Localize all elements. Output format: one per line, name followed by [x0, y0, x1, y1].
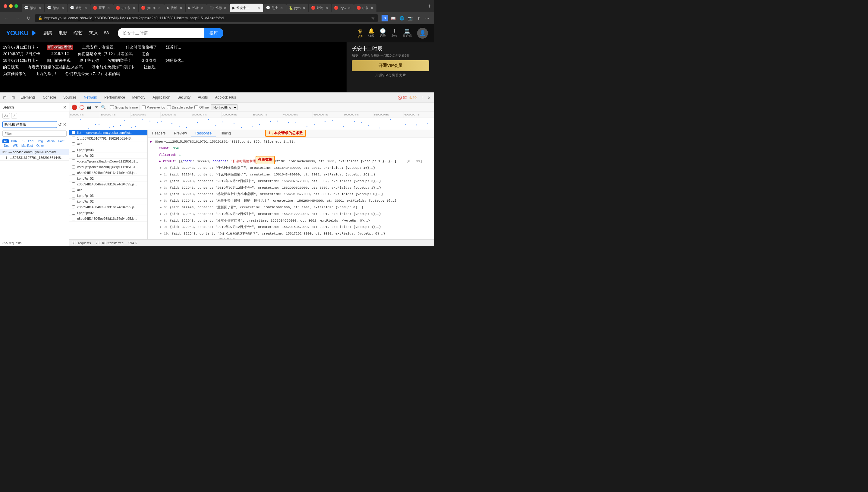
back-button[interactable]: ←: [2, 14, 11, 22]
request-list-item[interactable]: i.php?p=02: [69, 176, 147, 181]
browser-tab[interactable]: 🔴(2条✕: [354, 4, 377, 12]
browser-tab[interactable]: ▶长安十二时辰✕: [230, 4, 263, 12]
browser-tab[interactable]: 🔴PyC✕: [332, 4, 354, 12]
devtools-dock-icon[interactable]: ⊡: [1, 94, 8, 101]
search-field[interactable]: [2, 121, 57, 128]
filter-xhr-btn[interactable]: XHR: [9, 139, 19, 143]
vip-item[interactable]: ♛ VIP: [357, 28, 363, 38]
traffic-light-yellow[interactable]: [9, 4, 12, 8]
filter-manifest-btn[interactable]: Manifest: [20, 144, 34, 148]
forward-button[interactable]: →: [13, 14, 22, 22]
clear-btn[interactable]: 🚫: [79, 105, 84, 110]
browser-tab[interactable]: 🔴(9+ 条✕: [113, 4, 138, 12]
disable-cache-check[interactable]: Disable cache: [167, 105, 193, 109]
nav-live[interactable]: 来疯: [88, 30, 98, 36]
resp-entry-line[interactable]: ▶ 2: {aid: 322943, content: "2019年07月12日…: [150, 178, 432, 185]
resp-tab-preview[interactable]: Preview: [170, 130, 191, 137]
danmu-item[interactable]: 四川前来围观: [47, 58, 71, 63]
devtools-tab-memory[interactable]: Memory: [129, 93, 149, 103]
browser-tab[interactable]: 🐍pyth✕: [286, 4, 309, 12]
filter-font-btn[interactable]: Font: [57, 139, 66, 143]
address-bar[interactable]: 🔒 https://v.youku.com/v_show/id_XNDl0NDY…: [35, 14, 378, 22]
danmu-item[interactable]: 的贡观呢: [3, 65, 19, 70]
screenshot-btn[interactable]: 📷: [86, 105, 92, 110]
danmu-item[interactable]: 湖南前来为易烊千玺打卡: [92, 65, 135, 70]
offline-check[interactable]: Offline: [195, 105, 209, 109]
resp-entry-line[interactable]: ▶ 9: {aid: 322943, content: "2019年07月12日…: [150, 224, 432, 230]
danmu-item[interactable]: 2019年07月12日打卡~: [3, 51, 42, 57]
browser-tab[interactable]: 🔴写手✕: [91, 4, 113, 12]
browser-tab[interactable]: 💬芝士✕: [263, 4, 286, 12]
danmu-item[interactable]: 安徽的举手！: [108, 58, 132, 63]
browser-tab[interactable]: 💬微信✕: [45, 4, 67, 12]
danmu-item[interactable]: 有看完了甄嬛传直接跳过来的吗: [28, 65, 83, 70]
avatar[interactable]: 👤: [417, 28, 428, 39]
record-btn[interactable]: [72, 105, 77, 110]
resp-entry-line[interactable]: ▶ 1: {aid: 322943, content: "什么时候偷偷播了", …: [150, 172, 432, 178]
danmu-item[interactable]: 让他吃: [144, 65, 155, 70]
request-list-item[interactable]: c8bd94ff14504fee93fbf16a74c94d95.js...: [69, 181, 147, 187]
search-result-subitem[interactable]: 1 ...5078316107791_156291861448...: [0, 155, 69, 161]
devtools-inspect-icon[interactable]: ⊞: [10, 94, 17, 101]
vip-free-btn[interactable]: 开通VIP会员看大片: [352, 73, 429, 78]
traffic-light-green[interactable]: [15, 4, 18, 8]
filter-other-btn[interactable]: Other: [35, 144, 46, 148]
request-list-item[interactable]: c8bd94ff14504fee93fbf16a74c94d95.js...: [69, 216, 147, 222]
danmu-item[interactable]: 呀呀呀呀: [141, 58, 156, 63]
new-tab-button[interactable]: +: [425, 1, 434, 10]
reader-icon[interactable]: 📖: [390, 15, 397, 21]
resp-entry-line[interactable]: ▶ 5: {aid: 322943, content: "易烊千玺！最帅！最酷！…: [150, 198, 432, 204]
resp-tab-headers[interactable]: Headers: [148, 130, 170, 137]
case-sensitive-btn[interactable]: Aa: [2, 113, 10, 119]
danmu-item[interactable]: 你们都是今天（7.12）才看的吗: [66, 71, 120, 77]
resp-tab-response[interactable]: Response: [191, 130, 216, 137]
resp-entry-line[interactable]: ▶ 10: {aid: 322943, content: "为什么发冠是这样骚的…: [150, 230, 432, 237]
devtools-tab-security[interactable]: Security: [174, 93, 194, 103]
devtools-tab-performance[interactable]: Performance: [101, 93, 129, 103]
filter-js-btn[interactable]: JS: [19, 139, 26, 143]
filter-btn[interactable]: ⏷: [94, 105, 99, 110]
search-btn-net[interactable]: 🔍: [101, 105, 106, 110]
danmu-item[interactable]: 听说很好看哦: [47, 45, 73, 50]
throttle-select[interactable]: No throttling: [211, 104, 238, 110]
upload-item[interactable]: ⬆ 上传: [391, 28, 397, 38]
search-panel-close[interactable]: ✕: [63, 105, 67, 110]
browser-tab[interactable]: ⚫长标✕: [207, 4, 230, 12]
resp-entry-line[interactable]: ▶ 11: {aid: 322943, content: "配音是老段？？？",…: [150, 237, 432, 239]
filter-img-btn[interactable]: Img: [36, 139, 44, 143]
danmu-item[interactable]: 2019.7.12: [51, 51, 69, 57]
request-list-item[interactable]: list — service.danmu.youku.com/list...: [69, 130, 147, 136]
subscribe-item[interactable]: 🔔 订阅: [368, 28, 374, 38]
danmu-item[interactable]: 什么时候偷偷播了: [126, 45, 157, 50]
request-list-item[interactable]: i.php?p=02: [69, 199, 147, 204]
devtools-tab-audits[interactable]: Audits: [194, 93, 211, 103]
traffic-light-red[interactable]: [4, 4, 7, 8]
browser-tab[interactable]: 🔴(9+ 条✕: [138, 4, 164, 12]
danmu-item[interactable]: 好吧我这...: [165, 58, 184, 63]
more-icon[interactable]: ⋯: [424, 15, 430, 21]
request-list-item[interactable]: voteup?jsoncallback=jQuery111205151...: [69, 164, 147, 170]
devtools-tab-network[interactable]: Network: [80, 93, 101, 103]
request-list-item[interactable]: i.php?p=02: [69, 210, 147, 216]
devtools-tab-application[interactable]: Application: [149, 93, 174, 103]
danmu-item[interactable]: 终于等到你: [80, 58, 99, 63]
filter-field[interactable]: [2, 130, 67, 137]
devtools-settings-icon[interactable]: ⋮: [418, 94, 426, 101]
search-refresh-btn[interactable]: ↺: [58, 122, 62, 127]
vip-open-btn[interactable]: 开通VIP会员: [352, 60, 429, 71]
resp-entry-line[interactable]: ▶ 0: {aid: 322943, content: "什么时候偷偷播了", …: [150, 165, 432, 172]
devtools-tab-elements[interactable]: Elements: [17, 93, 39, 103]
request-list-item[interactable]: acc: [69, 187, 147, 193]
request-list-item[interactable]: voteup?jsoncallback=jQuery111205151...: [69, 158, 147, 164]
request-list-item[interactable]: acc: [69, 141, 147, 147]
devtools-tab-adblock plus[interactable]: Adblock Plus: [211, 93, 239, 103]
browser-tab[interactable]: 🔴评论✕: [309, 4, 331, 12]
reload-button[interactable]: ↻: [24, 14, 32, 22]
request-list-item[interactable]: i.php?p=03: [69, 147, 147, 153]
request-list-item[interactable]: 1 ...5078316107791_156291861448...: [69, 136, 147, 141]
danmu-item[interactable]: 上元安康，洛凿景...: [82, 45, 117, 50]
nav-apps[interactable]: 88: [104, 30, 109, 36]
history-item[interactable]: 🕐 记录: [380, 28, 386, 38]
share-icon[interactable]: ⬆: [415, 15, 422, 21]
youku-logo[interactable]: YOUKU: [6, 29, 37, 37]
